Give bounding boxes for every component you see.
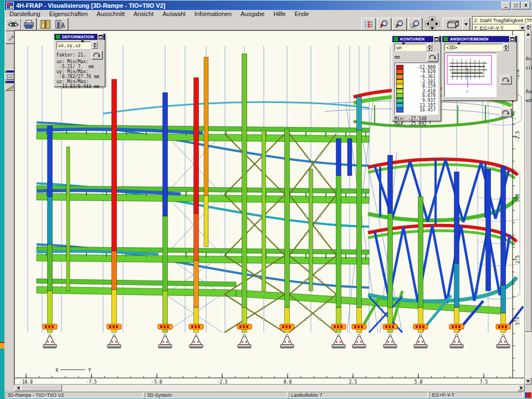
svg-text:2.5: 2.5 bbox=[515, 255, 520, 264]
view-combo[interactable]: <3D> bbox=[444, 44, 502, 51]
menu-item-darstellung[interactable]: Darstellung bbox=[5, 11, 45, 17]
collapse-button[interactable] bbox=[433, 36, 439, 42]
legend-row: -12.880 bbox=[396, 65, 437, 70]
auswahl-apply-button[interactable] bbox=[500, 108, 511, 117]
konturen-panel-titlebar[interactable]: KONTUREN bbox=[392, 36, 441, 42]
print-button[interactable] bbox=[21, 18, 37, 31]
apply-konturen-button[interactable] bbox=[427, 53, 438, 62]
result-value: -5.21/ 7. mm bbox=[57, 64, 103, 69]
status-cell-0: 3D-Rampe - TIO+TIIO V2 bbox=[5, 392, 143, 398]
legend-value: 16.457 bbox=[405, 108, 437, 112]
status-cell-1: 3D-System bbox=[145, 392, 287, 398]
display-properties-button[interactable] bbox=[361, 18, 376, 31]
legend-row: 6.678 bbox=[396, 94, 437, 99]
exit-door-icon: A bbox=[55, 20, 66, 29]
status-cell-3: EG+P-Y-T bbox=[429, 392, 523, 398]
zoom-in-button[interactable] bbox=[377, 18, 391, 31]
menu-item-auswahl[interactable]: Auswahl bbox=[158, 11, 190, 17]
svg-text:0.0: 0.0 bbox=[515, 194, 520, 202]
svg-text:-2.5: -2.5 bbox=[515, 131, 520, 141]
deformation-panel-titlebar[interactable]: DEFORMATION bbox=[54, 34, 105, 40]
view-eye-button[interactable] bbox=[6, 18, 21, 31]
legend-min: Min: -27.540 bbox=[395, 116, 438, 121]
vertical-scroll-thumb[interactable] bbox=[525, 37, 531, 332]
svg-text:5.0: 5.0 bbox=[515, 317, 520, 325]
view-cube-dropdown[interactable] bbox=[462, 18, 470, 31]
collapse-button[interactable] bbox=[98, 34, 104, 40]
legend-swatch bbox=[396, 108, 403, 112]
panel-icon bbox=[443, 37, 448, 42]
legend-max: Max: 25.692 bbox=[395, 121, 438, 126]
zoom-window-button[interactable] bbox=[408, 18, 422, 31]
result-value: -0.782/27.76 mm bbox=[57, 74, 103, 79]
minimize-button[interactable]: _ bbox=[502, 2, 510, 9]
svg-text:5.0: 5.0 bbox=[415, 380, 423, 385]
loadcase-combo[interactable]: 2: Stahl Tragfähigkeit (Th. 2. O bbox=[472, 16, 532, 24]
legend-row: -9.620 bbox=[396, 70, 437, 75]
svg-text:Y: Y bbox=[88, 367, 91, 373]
legend-row: 9.937 bbox=[396, 98, 437, 103]
ansicht-apply-button[interactable] bbox=[500, 75, 511, 84]
catalog-button[interactable] bbox=[38, 18, 53, 31]
legend-row: 16.457 bbox=[396, 108, 437, 112]
z-axis-label: z bbox=[466, 89, 468, 94]
svg-text:7.5: 7.5 bbox=[480, 380, 488, 385]
svg-text:-10.0: -10.0 bbox=[19, 380, 33, 385]
maximize-button[interactable]: □ bbox=[511, 2, 520, 9]
app-icon bbox=[6, 2, 14, 9]
result-label: uz: Min/Max: bbox=[57, 79, 103, 84]
status-indicator-icon bbox=[525, 392, 531, 398]
svg-text:X: X bbox=[55, 367, 59, 373]
svg-text:-7.5: -7.5 bbox=[86, 380, 96, 385]
svg-text:-5.0: -5.0 bbox=[151, 380, 162, 385]
konturen-quantity-combo[interactable]: un bbox=[395, 44, 426, 51]
panel-icon bbox=[55, 34, 60, 39]
legend-row: -6.361 bbox=[396, 74, 437, 79]
svg-text:-2.5: -2.5 bbox=[217, 380, 227, 385]
menu-item-ausgabe[interactable]: Ausgabe bbox=[236, 11, 269, 17]
unit-label: mm bbox=[395, 55, 400, 60]
scroll-down-button[interactable] bbox=[525, 377, 531, 385]
close-button[interactable]: x bbox=[521, 2, 530, 9]
factor-label: Faktor: 21. bbox=[57, 53, 86, 58]
horizontal-scrollbar[interactable] bbox=[14, 385, 525, 391]
printer-icon bbox=[23, 20, 34, 29]
zoom-window-icon bbox=[410, 20, 420, 29]
menu-item-ende[interactable]: Ende bbox=[290, 11, 313, 17]
ansicht-panel-titlebar[interactable]: ANSICHT/EBENEN bbox=[442, 36, 516, 42]
svg-text:2.5: 2.5 bbox=[349, 380, 357, 385]
redo-arrow-icon bbox=[93, 52, 101, 58]
zoom-out-button[interactable] bbox=[392, 18, 407, 31]
status-bar: 3D-Rampe - TIO+TIIO V23D-SystemLastkolle… bbox=[5, 392, 531, 398]
deformation-spinner[interactable] bbox=[92, 42, 98, 49]
menu-item-ansicht[interactable]: Ansicht bbox=[129, 11, 158, 17]
view-cube-button[interactable] bbox=[443, 18, 463, 31]
collapse-button[interactable] bbox=[509, 36, 515, 42]
pan-control[interactable] bbox=[424, 16, 440, 32]
menu-item-informationen[interactable]: Informationen bbox=[190, 11, 236, 17]
view-spinner[interactable] bbox=[503, 44, 509, 51]
apply-deformation-button[interactable] bbox=[91, 50, 103, 59]
horizontal-scroll-thumb[interactable] bbox=[21, 385, 62, 391]
panel-icon bbox=[393, 37, 398, 42]
book-icon bbox=[40, 20, 51, 29]
menu-item-hilfe[interactable]: Hilfe bbox=[269, 11, 290, 17]
exit-button[interactable]: A bbox=[53, 18, 68, 31]
view-thumbnail[interactable]: z bbox=[444, 53, 497, 97]
menu-item-ausschnitt[interactable]: Ausschnitt bbox=[92, 11, 129, 17]
result-value: -13.03/0.944 mm bbox=[57, 84, 103, 89]
result-label: uy: Min/Max: bbox=[57, 69, 103, 74]
menu-item-eigenschaften[interactable]: Eigenschaften bbox=[45, 11, 93, 17]
titlebar[interactable]: 4H-FRAP - Visualisierung [3D-Rampe - TIO… bbox=[5, 1, 531, 10]
loadcase-combo-value: 2: Stahl Tragfähigkeit (Th. 2. O bbox=[474, 17, 532, 23]
vertical-scrollbar[interactable] bbox=[525, 30, 531, 385]
legend-row: 3.418 bbox=[396, 89, 437, 94]
zoom-in-icon bbox=[379, 20, 389, 29]
legend-row: -3.101 bbox=[396, 79, 437, 84]
status-cell-2: Lastkollektiv 7 bbox=[289, 392, 428, 398]
eye-icon bbox=[8, 21, 19, 28]
konturen-spinner[interactable] bbox=[427, 44, 432, 51]
deformation-component-combo[interactable]: ux,uy,uz bbox=[57, 42, 91, 49]
scroll-right-button[interactable] bbox=[518, 385, 525, 391]
toolbar: A bbox=[5, 17, 531, 30]
